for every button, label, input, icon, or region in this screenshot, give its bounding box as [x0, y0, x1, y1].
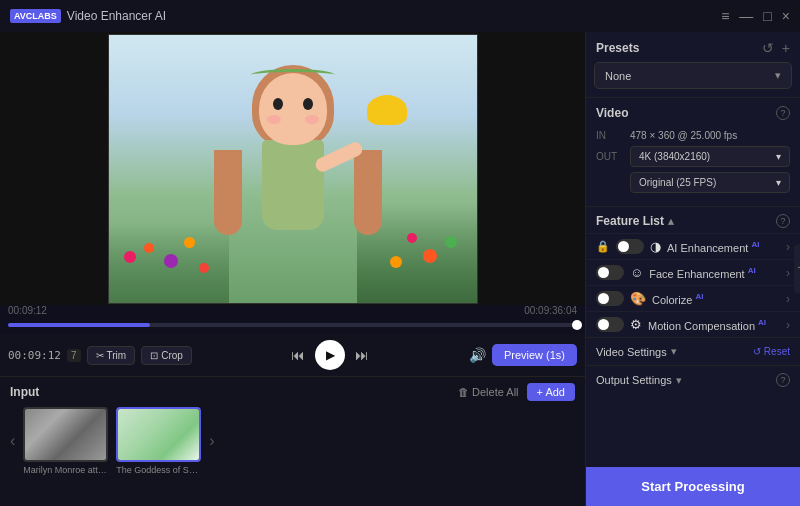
feature-item-ai-enhancement[interactable]: 🔒 ◑ AI Enhancement AI › — [586, 233, 800, 259]
presets-icons: ↺ + — [762, 40, 790, 56]
flower-r4 — [390, 256, 402, 268]
feature-item-motion-compensation[interactable]: ⚙ Motion Compensation AI › — [586, 311, 800, 337]
thumbnail-item-1[interactable]: The Goddess of Sprin... — [116, 407, 201, 475]
add-button[interactable]: + Add — [527, 383, 575, 401]
girl-hair-long-left — [214, 150, 242, 235]
input-label: Input — [10, 385, 39, 399]
crop-button[interactable]: ⊡ Crop — [141, 346, 192, 365]
title-bar: AVCLABS Video Enhancer AI ≡ — □ × — [0, 0, 800, 32]
preview-button[interactable]: Preview (1s) — [492, 344, 577, 366]
video-section-title: Video — [596, 106, 628, 120]
feature-chevron-icon: ▴ — [668, 215, 674, 228]
thumb-color-1 — [118, 409, 199, 460]
minimize-icon[interactable]: — — [739, 8, 753, 24]
presets-value: None — [605, 70, 631, 82]
close-icon[interactable]: × — [782, 8, 790, 24]
video-preview — [0, 32, 585, 305]
refresh-icon[interactable]: ↺ — [762, 40, 774, 56]
timeline-times: 00:09:12 00:09:36:04 — [0, 305, 585, 316]
presets-dropdown[interactable]: None ▾ — [594, 62, 792, 89]
transport-controls: ⏮ ▶ ⏭ — [287, 340, 373, 370]
colorize-label: Colorize AI — [652, 292, 780, 306]
video-settings-label: Video Settings ▾ — [596, 345, 677, 358]
video-help-icon[interactable]: ? — [776, 106, 790, 120]
skip-forward-button[interactable]: ⏭ — [351, 344, 373, 366]
controls-bar: 00:09:12 7 ✂ Trim ⊡ Crop ⏮ ▶ ⏭ 🔊 Preview… — [0, 334, 585, 376]
input-panel: Input 🗑 Delete All + Add ‹ Marilyn Monro… — [0, 376, 585, 506]
face-enhancement-label: Face Enhancement AI — [649, 266, 780, 280]
feature-title: Feature List ▴ — [596, 214, 674, 228]
thumb-prev-button[interactable]: ‹ — [10, 432, 15, 450]
feature-item-colorize[interactable]: 🎨 Colorize AI › — [586, 285, 800, 311]
menu-icon[interactable]: ≡ — [721, 8, 729, 24]
feature-help-icon[interactable]: ? — [776, 214, 790, 228]
volume-button[interactable]: 🔊 — [469, 347, 486, 363]
input-actions: 🗑 Delete All + Add — [458, 383, 575, 401]
flower-3 — [164, 254, 178, 268]
motion-compensation-toggle[interactable] — [596, 317, 624, 332]
bird — [367, 95, 407, 125]
thumb-image-0 — [23, 407, 108, 462]
video-out-fps-row: Original (25 FPS) ▾ — [596, 172, 790, 193]
export-tab[interactable]: Export — [794, 245, 800, 294]
output-settings-chevron-icon: ▾ — [676, 374, 682, 387]
time-start: 00:09:12 — [8, 305, 47, 316]
time-end: 00:09:36:04 — [524, 305, 577, 316]
start-processing-button[interactable]: Start Processing — [586, 467, 800, 506]
thumbnail-item-0[interactable]: Marilyn Monroe atten... — [23, 407, 108, 475]
maximize-icon[interactable]: □ — [763, 8, 771, 24]
feature-section: Feature List ▴ ? 🔒 ◑ AI Enhancement AI › — [586, 206, 800, 337]
flower-r3 — [407, 233, 417, 243]
play-button[interactable]: ▶ — [315, 340, 345, 370]
add-preset-icon[interactable]: + — [782, 40, 790, 56]
app-title: Video Enhancer AI — [67, 9, 166, 23]
motion-compensation-label: Motion Compensation AI — [648, 318, 780, 332]
skip-back-button[interactable]: ⏮ — [287, 344, 309, 366]
reset-button[interactable]: ↺ Reset — [753, 346, 790, 357]
cheek-right — [305, 115, 319, 124]
flower-r1 — [445, 236, 457, 248]
ai-enhancement-chevron-icon: › — [786, 240, 790, 254]
right-panel: Export Presets ↺ + None ▾ Video — [585, 32, 800, 506]
title-bar-logo: AVCLABS Video Enhancer AI — [10, 9, 721, 23]
presets-chevron-icon: ▾ — [775, 69, 781, 82]
colorize-toggle[interactable] — [596, 291, 624, 306]
out-resolution-value: 4K (3840x2160) — [639, 151, 710, 162]
ai-enhancement-toggle[interactable] — [616, 239, 644, 254]
thumbnail-list: ‹ Marilyn Monroe atten... The Goddess of… — [0, 407, 585, 475]
trim-icon: ✂ — [96, 350, 104, 361]
video-in-row: IN 478 × 360 @ 25.000 fps — [596, 130, 790, 141]
girl-eye-right — [303, 98, 313, 110]
thumb-label-0: Marilyn Monroe atten... — [23, 465, 108, 475]
flowers-left — [109, 223, 229, 303]
lock-icon: 🔒 — [596, 240, 610, 253]
ai-enhancement-label: AI Enhancement AI — [667, 240, 780, 254]
flower-2 — [144, 243, 154, 253]
video-settings-row[interactable]: Video Settings ▾ ↺ Reset — [586, 337, 800, 365]
timeline-track[interactable] — [8, 323, 577, 327]
out-fps-dropdown[interactable]: Original (25 FPS) ▾ — [630, 172, 790, 193]
flower-4 — [184, 237, 195, 248]
start-btn-container: Start Processing — [586, 467, 800, 506]
out-resolution-dropdown[interactable]: 4K (3840x2160) ▾ — [630, 146, 790, 167]
timeline-thumb[interactable] — [572, 320, 582, 330]
presets-header: Presets ↺ + — [586, 32, 800, 62]
feature-item-face-enhancement[interactable]: ☺ Face Enhancement AI › — [586, 259, 800, 285]
app-logo: AVCLABS — [10, 9, 61, 23]
thumb-next-button[interactable]: › — [209, 432, 214, 450]
output-settings-row[interactable]: Output Settings ▾ ? — [586, 365, 800, 394]
trash-icon: 🗑 — [458, 386, 469, 398]
colorize-chevron-icon: › — [786, 292, 790, 306]
input-header: Input 🗑 Delete All + Add — [0, 377, 585, 407]
output-settings-help-icon[interactable]: ? — [776, 373, 790, 387]
out-resolution-chevron-icon: ▾ — [776, 151, 781, 162]
face-enhancement-toggle[interactable] — [596, 265, 624, 280]
timeline-bar[interactable] — [0, 316, 585, 334]
colorize-icon: 🎨 — [630, 291, 646, 306]
presets-title: Presets — [596, 41, 639, 55]
feature-header: Feature List ▴ ? — [586, 207, 800, 233]
trim-button[interactable]: ✂ Trim — [87, 346, 136, 365]
delete-all-button[interactable]: 🗑 Delete All — [458, 386, 518, 398]
current-time: 00:09:12 — [8, 349, 61, 362]
ai-enhancement-icon: ◑ — [650, 239, 661, 254]
